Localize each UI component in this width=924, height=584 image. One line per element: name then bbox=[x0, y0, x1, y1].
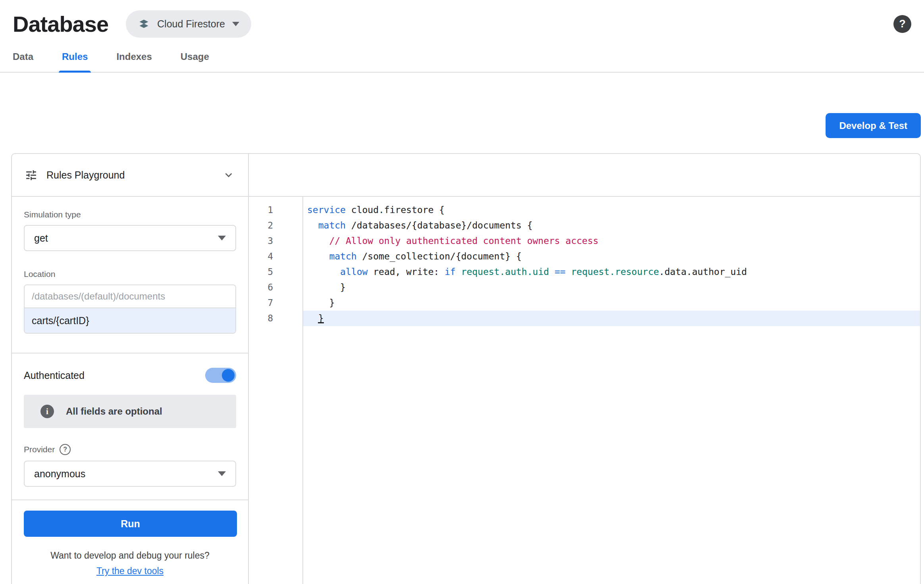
location-input-group: /databases/(default)/documents carts/{ca… bbox=[24, 284, 236, 334]
firestore-rules-page: Database Cloud Firestore ? Data Rules In… bbox=[0, 0, 924, 584]
line-number: 1 bbox=[249, 202, 302, 218]
code-token: read, write: bbox=[368, 267, 445, 277]
code-token bbox=[307, 251, 329, 261]
simulation-type-label: Simulation type bbox=[24, 210, 236, 219]
line-number: 5 bbox=[249, 264, 302, 280]
authenticated-label: Authenticated bbox=[24, 370, 85, 381]
rules-editor[interactable]: 12345678 service cloud.firestore { match… bbox=[249, 197, 920, 584]
dev-tools-link[interactable]: Try the dev tools bbox=[12, 566, 248, 576]
code-line[interactable]: allow read, write: if request.auth.uid =… bbox=[303, 264, 920, 280]
code-line[interactable]: service cloud.firestore { bbox=[303, 202, 920, 218]
line-number: 8 bbox=[249, 311, 302, 326]
line-number: 3 bbox=[249, 233, 302, 249]
code-line[interactable]: // Allow only authenticated content owne… bbox=[303, 233, 920, 249]
code-token: /databases/{database}/documents { bbox=[346, 220, 533, 231]
text-cursor bbox=[318, 322, 324, 323]
page-title: Database bbox=[13, 11, 108, 37]
info-banner-text: All fields are optional bbox=[66, 406, 162, 417]
rules-playground-header[interactable]: Rules Playground bbox=[12, 154, 249, 196]
chevron-down-icon bbox=[218, 471, 226, 476]
code-token: } bbox=[307, 298, 335, 308]
location-input[interactable]: carts/{cartID} bbox=[25, 307, 235, 333]
divider bbox=[12, 499, 248, 500]
product-selector[interactable]: Cloud Firestore bbox=[126, 10, 251, 38]
code-token: .data.author_uid bbox=[659, 267, 747, 277]
chevron-down-icon bbox=[218, 236, 226, 240]
provider-value: anonymous bbox=[34, 468, 85, 480]
code-token: if bbox=[445, 267, 456, 277]
card-body: Simulation type get Location /databases/… bbox=[12, 197, 920, 584]
code-token: == bbox=[554, 267, 566, 277]
code-token bbox=[566, 267, 571, 277]
collapse-chevron-icon[interactable] bbox=[222, 168, 235, 182]
rules-card: Rules Playground Simulation type get Loc… bbox=[11, 153, 921, 584]
help-icon[interactable]: ? bbox=[893, 15, 911, 33]
code-token: } bbox=[307, 282, 346, 292]
tab-bar: Data Rules Indexes Usage bbox=[0, 43, 924, 73]
code-token: // Allow only authenticated content owne… bbox=[329, 236, 599, 246]
info-icon: i bbox=[40, 405, 54, 418]
code-token: allow bbox=[340, 267, 368, 277]
tab-rules[interactable]: Rules bbox=[59, 43, 91, 72]
code-token: match bbox=[318, 220, 346, 231]
app-header: Database Cloud Firestore ? bbox=[0, 0, 924, 40]
code-token bbox=[307, 267, 340, 277]
dev-tools-text: Want to develop and debug your rules? bbox=[12, 550, 248, 561]
provider-row: Provider ? bbox=[24, 444, 236, 455]
line-number: 7 bbox=[249, 295, 302, 311]
tab-data[interactable]: Data bbox=[10, 43, 37, 72]
product-selector-label: Cloud Firestore bbox=[157, 18, 225, 30]
toggle-knob bbox=[222, 369, 235, 382]
card-header: Rules Playground bbox=[12, 154, 920, 197]
editor-code[interactable]: service cloud.firestore { match /databas… bbox=[303, 197, 920, 584]
chevron-down-icon bbox=[232, 22, 239, 26]
provider-select[interactable]: anonymous bbox=[24, 461, 236, 487]
editor-gutter: 12345678 bbox=[249, 197, 303, 584]
code-token: match bbox=[329, 251, 356, 261]
provider-label: Provider bbox=[24, 445, 55, 454]
actions-row: Develop & Test bbox=[0, 73, 924, 153]
firestore-icon bbox=[138, 18, 150, 30]
tab-indexes[interactable]: Indexes bbox=[113, 43, 155, 72]
code-token: request.resource bbox=[571, 267, 659, 277]
code-token: /some_collection/{document} { bbox=[357, 251, 522, 261]
code-line[interactable]: match /some_collection/{document} { bbox=[303, 249, 920, 264]
location-label: Location bbox=[24, 269, 236, 279]
divider bbox=[12, 353, 248, 353]
simulation-type-select[interactable]: get bbox=[24, 225, 236, 251]
line-number: 4 bbox=[249, 249, 302, 264]
info-banner: i All fields are optional bbox=[24, 395, 236, 428]
tab-usage[interactable]: Usage bbox=[177, 43, 212, 72]
authenticated-row: Authenticated bbox=[24, 368, 236, 383]
code-token bbox=[307, 236, 329, 246]
run-button[interactable]: Run bbox=[24, 511, 237, 537]
line-number: 6 bbox=[249, 280, 302, 295]
location-prefix: /databases/(default)/documents bbox=[25, 285, 235, 307]
provider-help-icon[interactable]: ? bbox=[60, 444, 71, 455]
editor-header bbox=[249, 154, 920, 196]
rules-playground-panel: Simulation type get Location /databases/… bbox=[12, 197, 249, 584]
tune-icon bbox=[25, 169, 38, 182]
code-line[interactable]: } bbox=[303, 295, 920, 311]
code-line[interactable]: } bbox=[303, 280, 920, 295]
code-line[interactable]: } bbox=[303, 311, 920, 326]
line-number: 2 bbox=[249, 218, 302, 233]
code-line[interactable]: match /databases/{database}/documents { bbox=[303, 218, 920, 233]
code-token: service bbox=[307, 205, 346, 215]
code-token bbox=[307, 220, 318, 231]
code-token: request.auth.uid bbox=[461, 267, 549, 277]
code-token bbox=[549, 267, 554, 277]
authenticated-toggle[interactable] bbox=[205, 368, 236, 383]
develop-test-button[interactable]: Develop & Test bbox=[826, 113, 921, 138]
code-token bbox=[456, 267, 461, 277]
simulation-type-value: get bbox=[34, 232, 48, 244]
rules-playground-title: Rules Playground bbox=[46, 169, 125, 181]
code-token: cloud.firestore { bbox=[346, 205, 445, 215]
